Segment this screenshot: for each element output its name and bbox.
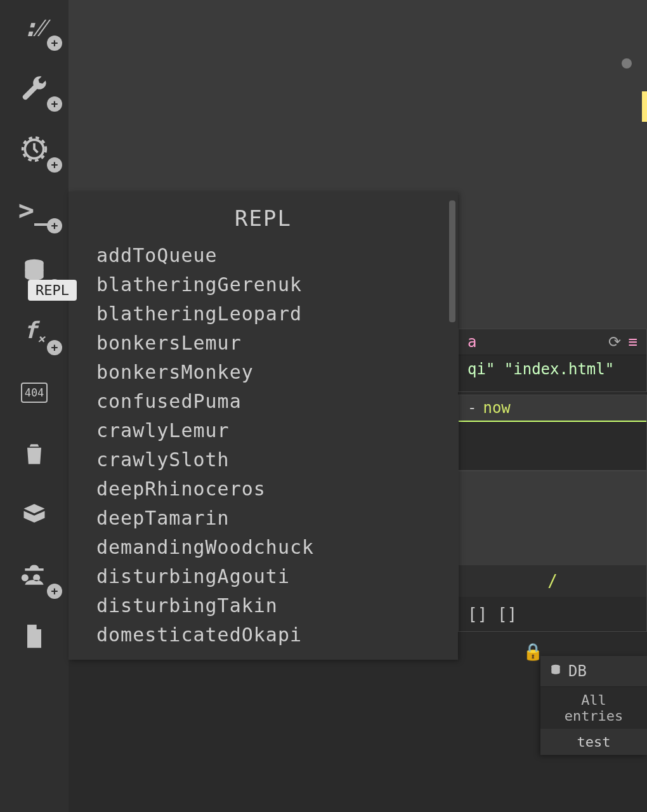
db-title: DB bbox=[568, 662, 587, 680]
rail-box[interactable] bbox=[10, 495, 58, 534]
icon-rail: :⁄⁄ + + + >_ + + f× + bbox=[0, 0, 69, 812]
repl-item[interactable]: demandingWoodchuck bbox=[96, 533, 443, 562]
panel-now-head: - now bbox=[459, 395, 646, 422]
dash: - bbox=[467, 399, 476, 417]
panel-file: a ⟳ ≡ qi" "index.html" bbox=[458, 329, 647, 392]
repl-item[interactable]: bonkersLemur bbox=[96, 329, 443, 358]
route-slash: / bbox=[547, 572, 558, 591]
repl-list: addToQueue blatheringGerenuk blatheringL… bbox=[69, 241, 458, 650]
panel-route-pad bbox=[459, 471, 646, 565]
repl-item[interactable]: disturbingAgouti bbox=[96, 562, 443, 591]
fn-name: now bbox=[483, 399, 510, 417]
repl-item[interactable]: domesticatedOkapi bbox=[96, 620, 443, 650]
panel-now-body bbox=[459, 422, 646, 462]
rail-trash[interactable] bbox=[10, 434, 58, 473]
panel-route-meta: / bbox=[459, 565, 646, 597]
db-row[interactable]: test bbox=[540, 729, 647, 755]
db-head[interactable]: DB bbox=[540, 656, 647, 687]
rail-spy[interactable]: + bbox=[10, 556, 58, 595]
prompt-icon: >_ bbox=[20, 195, 49, 225]
panel-head-text: a bbox=[467, 333, 476, 351]
rail-404[interactable]: 404 bbox=[10, 373, 58, 412]
repl-item[interactable]: confusedPuma bbox=[96, 387, 443, 416]
rail-file[interactable] bbox=[10, 617, 58, 656]
panel-file-body: qi" "index.html" bbox=[459, 355, 646, 383]
db-subtitle: All entries bbox=[540, 687, 647, 729]
panel-file-head: a ⟳ ≡ bbox=[459, 329, 646, 355]
rail-logo[interactable]: :⁄⁄ + bbox=[10, 8, 58, 47]
clojure-logo-icon: :⁄⁄ bbox=[20, 13, 49, 42]
status-dot bbox=[622, 58, 632, 69]
accent-sliver bbox=[642, 91, 647, 122]
rail-prompt[interactable]: >_ + bbox=[10, 190, 58, 230]
panel-route: / [] [] bbox=[458, 471, 647, 632]
scrollbar[interactable] bbox=[449, 200, 455, 322]
plus-icon[interactable]: + bbox=[47, 36, 62, 51]
rail-fx[interactable]: f× + bbox=[10, 312, 58, 351]
fx-icon: f× bbox=[20, 317, 49, 346]
wrench-icon bbox=[20, 74, 49, 103]
rail-wrench[interactable]: + bbox=[10, 69, 58, 108]
rail-tooltip: REPL bbox=[28, 280, 77, 301]
repl-item[interactable]: crawlyLemur bbox=[96, 416, 443, 445]
repl-item[interactable]: disturbingTakin bbox=[96, 591, 443, 620]
plus-icon[interactable]: + bbox=[47, 340, 62, 355]
repl-title: REPL bbox=[69, 192, 458, 241]
plus-icon[interactable]: + bbox=[47, 584, 62, 599]
refresh-icon[interactable]: ⟳ bbox=[608, 333, 621, 351]
plus-icon[interactable]: + bbox=[47, 96, 62, 112]
lock-icon: 🔒 bbox=[523, 642, 543, 661]
panel-route-body: [] [] bbox=[459, 597, 646, 631]
404-icon: 404 bbox=[20, 378, 49, 407]
repl-item[interactable]: crawlySloth bbox=[96, 445, 443, 475]
menu-icon[interactable]: ≡ bbox=[629, 333, 637, 351]
string-literal: "index.html" bbox=[504, 360, 614, 378]
panel-now: - now bbox=[458, 395, 647, 471]
plus-icon[interactable]: + bbox=[47, 218, 62, 233]
trash-icon bbox=[20, 439, 49, 468]
string-literal: qi" bbox=[467, 360, 495, 378]
repl-item[interactable]: bonkersMonkey bbox=[96, 358, 443, 387]
gauge-icon bbox=[20, 134, 49, 164]
repl-item[interactable]: blatheringGerenuk bbox=[96, 270, 443, 299]
database-icon bbox=[549, 662, 562, 680]
spy-icon bbox=[20, 561, 49, 590]
box-open-icon bbox=[20, 500, 49, 529]
db-panel: 🔒 DB All entries test bbox=[540, 656, 647, 755]
repl-panel: REPL addToQueue blatheringGerenuk blathe… bbox=[69, 192, 458, 660]
plus-icon[interactable]: + bbox=[47, 157, 62, 173]
repl-item[interactable]: blatheringLeopard bbox=[96, 299, 443, 329]
repl-item[interactable]: addToQueue bbox=[96, 241, 443, 270]
repl-item[interactable]: deepTamarin bbox=[96, 504, 443, 533]
repl-item[interactable]: deepRhinoceros bbox=[96, 475, 443, 504]
file-icon bbox=[20, 622, 49, 651]
rail-gauge[interactable]: + bbox=[10, 129, 58, 169]
